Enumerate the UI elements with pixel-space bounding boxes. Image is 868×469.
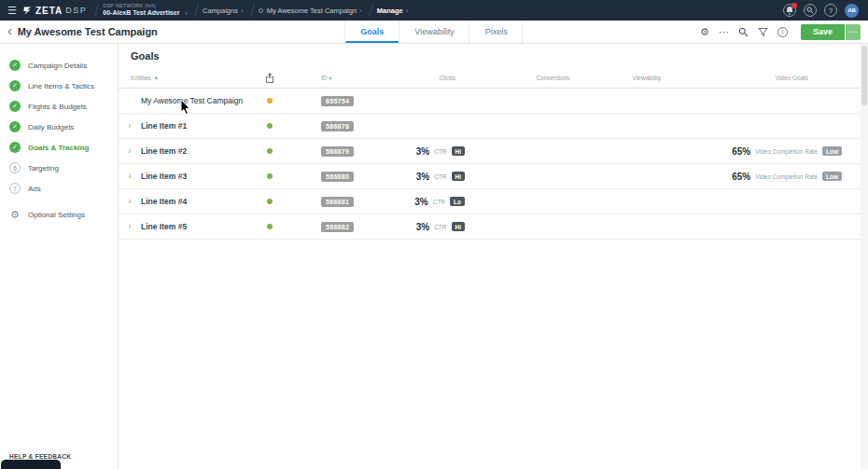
page-header: ‹ My Awesome Test Campaign Goals Viewabi…: [0, 21, 868, 44]
breadcrumb-manage[interactable]: Manage: [377, 7, 403, 15]
info-icon[interactable]: i: [777, 27, 788, 37]
entity-name[interactable]: Line Item #5: [141, 222, 259, 231]
entity-name[interactable]: Line Item #3: [141, 172, 259, 181]
expand-chevron-icon[interactable]: ›: [119, 121, 141, 131]
sidebar-item-optional-settings[interactable]: ⚙ Optional Settings: [0, 204, 118, 226]
vertical-scrollbar[interactable]: [861, 44, 868, 469]
breadcrumb-campaign[interactable]: My Awesome Test Campaign: [267, 7, 357, 15]
settings-gear-icon[interactable]: ⚙: [700, 27, 709, 37]
breadcrumb-divider: [94, 4, 100, 17]
sort-desc-icon: ▾: [329, 75, 332, 81]
column-conversions[interactable]: Conversions: [467, 75, 583, 81]
status-dot-active: [267, 173, 273, 179]
vcr-priority-badge: Low: [822, 172, 842, 181]
section-title: Goals: [119, 44, 868, 67]
entity-name[interactable]: Line Item #4: [141, 197, 259, 206]
vcr-label: Video Completion Rate: [755, 148, 818, 155]
ctr-value: 3%: [416, 222, 429, 232]
check-icon: ✓: [9, 80, 21, 91]
check-icon: ✓: [9, 60, 21, 71]
gear-icon: ⚙: [9, 209, 21, 221]
back-button[interactable]: ‹: [0, 24, 18, 39]
sidebar-item-daily-budgets[interactable]: ✓ Daily Budgets: [0, 117, 118, 137]
ctr-value: 3%: [414, 197, 427, 207]
chevron-right-icon: ›: [406, 7, 409, 15]
breadcrumb-divider: [194, 4, 200, 17]
table-row-line-item[interactable]: › Line Item #5 586882 3% CTR Hi: [119, 214, 868, 240]
id-badge: 586882: [321, 222, 354, 232]
table-row-line-item[interactable]: › Line Item #2 586879 3% CTR Hi 65% Vide…: [119, 139, 868, 164]
zeta-logo[interactable]: ZETA DSP: [22, 6, 87, 16]
sidebar-item-campaign-details[interactable]: ✓ Campaign Details: [0, 55, 118, 76]
global-search-button[interactable]: [804, 4, 817, 17]
ctr-priority-badge: Hi: [452, 222, 466, 231]
column-entities[interactable]: Entities ▲: [119, 75, 259, 81]
export-column-icon[interactable]: [259, 73, 280, 83]
expand-chevron-icon[interactable]: ›: [119, 172, 141, 181]
sidebar-item-line-items-tactics[interactable]: ✓ Line Items & Tactics: [0, 76, 118, 96]
help-button[interactable]: ?: [824, 4, 837, 17]
step-number-icon: 7: [9, 183, 21, 194]
tab-goals[interactable]: Goals: [344, 21, 399, 43]
id-badge: 586881: [321, 197, 354, 207]
search-icon: [806, 7, 814, 14]
breadcrumb-divider: [368, 4, 373, 17]
entity-name[interactable]: Line Item #2: [141, 146, 259, 156]
ctr-label: CTR: [434, 224, 446, 230]
sidebar-item-flights-budgets[interactable]: ✓ Flights & Budgets: [0, 96, 118, 117]
status-dot-paused: [267, 98, 273, 103]
more-options-icon[interactable]: ⋯: [719, 27, 729, 37]
table-row-line-item[interactable]: › Line Item #3 586880 3% CTR Hi 65% Vide…: [119, 164, 868, 189]
vcr-value: 65%: [732, 172, 750, 182]
ctr-priority-badge: Hi: [452, 146, 466, 156]
status-dot-active: [267, 199, 273, 204]
entity-name[interactable]: Line Item #1: [141, 121, 259, 131]
ctr-priority-badge: Lo: [450, 197, 465, 206]
table-row-line-item[interactable]: › Line Item #4 586881 3% CTR Lo: [119, 189, 868, 214]
goals-panel: Goals Entities ▲ ID ▾ Clicks Conversions…: [119, 44, 868, 469]
filter-icon[interactable]: [758, 27, 768, 37]
id-badge: 586879: [321, 146, 354, 157]
ctr-label: CTR: [434, 148, 446, 155]
column-clicks[interactable]: Clicks: [392, 75, 467, 81]
column-id[interactable]: ID ▾: [280, 75, 392, 81]
advertiser-selector[interactable]: DSP NETWORK (NA) 00-AlexB Test Advertise…: [103, 3, 190, 18]
ctr-value: 3%: [416, 146, 429, 157]
id-badge: 586878: [321, 121, 354, 131]
expand-chevron-icon[interactable]: ›: [119, 146, 141, 156]
check-icon: ✓: [9, 101, 21, 112]
table-row-line-item[interactable]: › Line Item #1 586878: [119, 114, 868, 139]
scrollbar-thumb[interactable]: [861, 46, 867, 105]
ctr-label: CTR: [433, 199, 445, 205]
tab-viewability[interactable]: Viewability: [399, 21, 469, 43]
save-button[interactable]: Save: [801, 24, 845, 40]
column-video-goals[interactable]: Video Goals: [686, 75, 868, 81]
help-feedback-link[interactable]: HELP & FEEDBACK: [9, 453, 71, 460]
expand-chevron-icon[interactable]: ›: [119, 222, 141, 231]
notifications-button[interactable]: [783, 4, 796, 17]
expand-chevron-icon[interactable]: ›: [119, 197, 141, 206]
status-dot-active: [267, 123, 273, 129]
breadcrumb-campaigns[interactable]: Campaigns: [203, 7, 238, 15]
table-header: Entities ▲ ID ▾ Clicks Conversions Viewa…: [119, 67, 868, 89]
search-icon[interactable]: [738, 27, 749, 37]
top-nav-bar: ☰ ZETA DSP DSP NETWORK (NA) 00-AlexB Tes…: [0, 0, 868, 21]
sidebar-item-goals-tracking[interactable]: ✓ Goals & Tracking: [0, 137, 118, 158]
id-badge: 655754: [321, 96, 354, 106]
advertiser-name: 00-AlexB Test Advertiser: [103, 9, 179, 17]
share-export-icon: [265, 73, 274, 83]
chevron-right-icon: ›: [359, 7, 362, 15]
tab-pixels[interactable]: Pixels: [469, 21, 524, 43]
user-avatar[interactable]: AB: [845, 4, 859, 18]
table-row-campaign[interactable]: My Awesome Test Campaign 655754: [119, 89, 868, 114]
hamburger-menu-icon[interactable]: ☰: [6, 5, 22, 17]
entity-name[interactable]: My Awesome Test Campaign: [141, 96, 259, 105]
id-badge: 586880: [321, 172, 354, 182]
question-mark-icon: ?: [829, 7, 833, 15]
column-viewability[interactable]: Viewability: [583, 75, 686, 81]
save-options-button[interactable]: ⋯: [846, 24, 861, 40]
check-icon: ✓: [9, 121, 21, 132]
vcr-priority-badge: Low: [822, 146, 842, 156]
sidebar-item-ads[interactable]: 7 Ads: [0, 178, 118, 199]
sidebar-item-targeting[interactable]: 6 Targeting: [0, 158, 118, 178]
